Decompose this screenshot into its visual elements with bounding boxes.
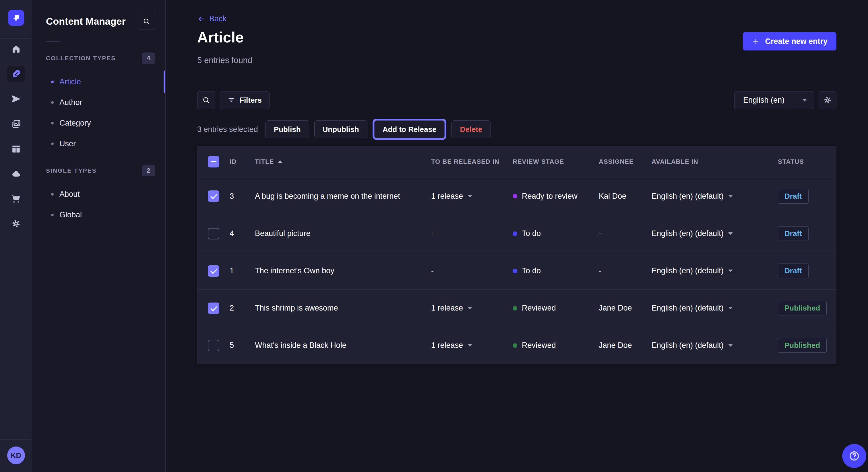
bullet-icon <box>51 142 54 145</box>
unpublish-button[interactable]: Unpublish <box>314 121 367 138</box>
collection-types-list: Article Author Category User <box>32 71 165 154</box>
table-row[interactable]: 4 Beautiful picture - To do - English (e… <box>197 215 836 252</box>
cell-review-stage: Reviewed <box>513 304 599 312</box>
bullet-icon <box>51 214 54 216</box>
subnav-search-button[interactable] <box>138 12 155 30</box>
sidebar-item-article[interactable]: Article <box>32 71 165 92</box>
cell-review-stage: To do <box>513 229 599 238</box>
release-value: - <box>431 229 434 238</box>
status-badge: Published <box>778 338 827 353</box>
chevron-down-icon[interactable] <box>468 307 472 309</box>
chevron-down-icon[interactable] <box>728 344 733 347</box>
status-badge: Draft <box>778 264 809 278</box>
column-header-available: AVAILABLE IN <box>652 158 778 165</box>
cloud-icon <box>11 169 21 179</box>
chevron-down-icon[interactable] <box>728 307 733 309</box>
locale-select[interactable]: English (en) <box>734 91 814 109</box>
nav-settings-button[interactable] <box>7 216 25 232</box>
filters-button[interactable]: Filters <box>220 91 270 109</box>
gear-icon <box>823 96 832 104</box>
nav-marketplace-button[interactable] <box>7 191 25 207</box>
selection-actions-bar: 3 entries selected Publish Unpublish Add… <box>197 121 496 138</box>
nav-home-button[interactable] <box>7 41 25 57</box>
stage-dot <box>513 269 517 273</box>
nav-cloud-button[interactable] <box>7 166 25 182</box>
paper-plane-icon <box>11 94 21 104</box>
gear-icon <box>11 219 21 229</box>
nav-media-library-button[interactable] <box>7 116 25 132</box>
chevron-down-icon[interactable] <box>468 195 472 198</box>
divider <box>0 439 32 440</box>
locale-value: English (en) <box>743 96 784 105</box>
chevron-down-icon[interactable] <box>728 270 733 272</box>
home-icon <box>11 44 21 54</box>
locale-value: English (en) (default) <box>652 266 724 275</box>
search-button[interactable] <box>197 91 215 109</box>
create-new-entry-label: Create new entry <box>765 37 828 46</box>
sidebar-item-label: Author <box>59 98 82 107</box>
row-checkbox[interactable] <box>208 265 219 277</box>
question-circle-icon <box>848 450 860 462</box>
cell-release: - <box>431 229 513 238</box>
sidebar-item-global[interactable]: Global <box>32 204 165 225</box>
main-nav: KD <box>0 0 32 472</box>
chevron-down-icon[interactable] <box>468 344 472 347</box>
chevron-down-icon[interactable] <box>728 195 733 198</box>
sidebar-item-label: Category <box>59 119 91 128</box>
column-header-release: TO BE RELEASED IN <box>431 158 513 165</box>
cell-available-in: English (en) (default) <box>652 229 778 238</box>
cell-assignee: Jane Doe <box>599 341 652 350</box>
nav-content-type-builder-button[interactable] <box>7 141 25 157</box>
column-header-title[interactable]: TITLE <box>255 158 431 165</box>
column-header-stage: REVIEW STAGE <box>513 158 599 165</box>
nav-send-button[interactable] <box>7 91 25 107</box>
select-all-checkbox[interactable] <box>208 156 219 167</box>
cell-release: 1 release <box>431 192 513 201</box>
table-body: 3 A bug is becoming a meme on the intern… <box>197 177 836 364</box>
add-to-release-button[interactable]: Add to Release <box>374 121 445 138</box>
view-settings-button[interactable] <box>818 91 836 109</box>
column-header-id[interactable]: ID <box>229 158 255 165</box>
publish-button[interactable]: Publish <box>266 121 309 138</box>
single-types-list: About Global <box>32 184 165 225</box>
row-checkbox[interactable] <box>208 303 219 314</box>
nav-content-manager-button[interactable] <box>7 66 25 82</box>
status-badge: Published <box>778 301 827 315</box>
bullet-icon <box>51 80 54 83</box>
delete-button[interactable]: Delete <box>452 121 491 138</box>
table-row[interactable]: 5 What's inside a Black Hole 1 release R… <box>197 327 836 364</box>
help-button[interactable] <box>842 444 866 468</box>
plus-icon <box>752 37 760 45</box>
sidebar-item-about[interactable]: About <box>32 184 165 204</box>
toolbar: Filters English (en) <box>197 91 836 109</box>
collection-types-count-badge: 4 <box>142 53 155 64</box>
back-link[interactable]: Back <box>197 14 226 23</box>
user-avatar[interactable]: KD <box>7 446 25 464</box>
divider <box>46 41 60 42</box>
table-header-row: ID TITLE TO BE RELEASED IN REVIEW STAGE … <box>197 146 836 177</box>
sidebar-item-label: User <box>59 139 76 148</box>
row-checkbox[interactable] <box>208 228 219 239</box>
stage-label: Ready to review <box>522 192 578 201</box>
stage-label: To do <box>522 266 541 275</box>
release-value: 1 release <box>431 304 463 312</box>
sidebar-item-category[interactable]: Category <box>32 113 165 133</box>
sidebar-item-author[interactable]: Author <box>32 92 165 113</box>
table-row[interactable]: 2 This shrimp is awesome 1 release Revie… <box>197 289 836 327</box>
cell-review-stage: To do <box>513 266 599 275</box>
stage-dot <box>513 194 517 198</box>
table-row[interactable]: 1 The internet's Own boy - To do - Engli… <box>197 252 836 289</box>
row-checkbox[interactable] <box>208 340 219 351</box>
selection-summary: 3 entries selected <box>197 125 258 134</box>
release-value: - <box>431 266 434 275</box>
strapi-logo[interactable] <box>8 10 24 26</box>
create-new-entry-button[interactable]: Create new entry <box>743 32 836 50</box>
row-checkbox[interactable] <box>208 191 219 202</box>
chevron-down-icon[interactable] <box>728 232 733 235</box>
table-row[interactable]: 3 A bug is becoming a meme on the intern… <box>197 177 836 215</box>
cell-assignee: - <box>599 229 652 238</box>
sidebar-item-user[interactable]: User <box>32 133 165 154</box>
stage-label: To do <box>522 229 541 238</box>
chevron-down-icon <box>802 99 807 102</box>
cell-available-in: English (en) (default) <box>652 304 778 312</box>
